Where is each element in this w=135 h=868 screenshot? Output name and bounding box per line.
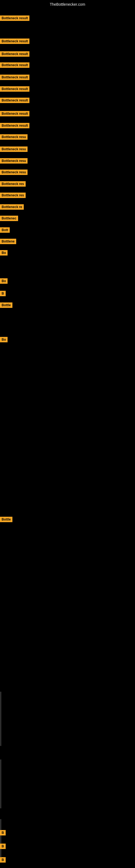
bottleneck-badge-4: Bottleneck result	[0, 74, 30, 80]
badge-row-24: Bottle	[0, 517, 12, 523]
bottleneck-badge-17: Bott	[0, 227, 10, 233]
badge-row-3: Bottleneck result	[0, 62, 30, 69]
small-badge-row-3: B	[0, 857, 6, 864]
badge-row-15: Bottleneck re	[0, 204, 24, 211]
bottleneck-badge-0: Bottleneck result	[0, 16, 30, 21]
bottleneck-badge-3: Bottleneck result	[0, 62, 30, 68]
bottleneck-badge-21: B	[0, 291, 6, 296]
badge-row-12: Bottleneck resu	[0, 169, 28, 176]
bottleneck-badge-23: Bo	[0, 337, 8, 342]
badge-row-7: Bottleneck result	[0, 111, 30, 118]
badge-row-10: Bottleneck resu	[0, 147, 28, 153]
badge-row-18: Bottlene	[0, 239, 16, 245]
badge-row-8: Bottleneck result	[0, 123, 30, 129]
badge-row-1: Bottleneck result	[0, 38, 30, 45]
small-badge-3: B	[0, 857, 6, 863]
bottleneck-badge-11: Bottleneck resu	[0, 158, 28, 163]
bottleneck-badge-8: Bottleneck result	[0, 123, 30, 128]
bottleneck-badge-5: Bottleneck result	[0, 86, 30, 92]
small-badge-row-1: B	[0, 830, 6, 837]
badge-row-9: Bottleneck resu	[0, 134, 28, 141]
bottleneck-badge-19: Bo	[0, 250, 8, 255]
bottleneck-badge-14: Bottleneck res	[0, 193, 26, 198]
badge-row-13: Bottleneck res	[0, 181, 26, 188]
bottleneck-badge-24: Bottle	[0, 517, 12, 522]
bottleneck-badge-15: Bottleneck re	[0, 204, 24, 210]
badge-row-16: Bottlenec	[0, 216, 18, 222]
small-badge-2: B	[0, 844, 6, 849]
bottleneck-badge-13: Bottleneck res	[0, 181, 26, 187]
bottleneck-badge-2: Bottleneck result	[0, 51, 30, 57]
badge-row-11: Bottleneck resu	[0, 158, 28, 165]
badge-row-20: Bo	[0, 278, 8, 285]
vertical-line-2	[1, 760, 1, 808]
bottleneck-badge-7: Bottleneck result	[0, 111, 30, 116]
bottleneck-badge-22: Bottle	[0, 303, 12, 308]
site-title: TheBottlenecker.com	[0, 0, 135, 9]
small-badge-1: B	[0, 830, 6, 835]
small-badge-row-2: B	[0, 844, 6, 850]
badge-row-0: Bottleneck result	[0, 16, 30, 22]
badge-row-22: Bottle	[0, 303, 12, 309]
badge-row-23: Bo	[0, 337, 8, 343]
vertical-line-3	[1, 819, 1, 863]
badge-row-6: Bottleneck result	[0, 98, 30, 104]
bottleneck-badge-9: Bottleneck resu	[0, 134, 28, 140]
bottleneck-badge-6: Bottleneck result	[0, 98, 30, 103]
bottleneck-badge-12: Bottleneck resu	[0, 169, 28, 175]
badge-row-19: Bo	[0, 250, 8, 257]
bottleneck-badge-1: Bottleneck result	[0, 38, 30, 44]
bottleneck-badge-18: Bottlene	[0, 239, 16, 244]
bottleneck-badge-10: Bottleneck resu	[0, 147, 28, 152]
vertical-line-1	[1, 692, 1, 746]
badge-row-2: Bottleneck result	[0, 51, 30, 58]
badge-row-17: Bott	[0, 227, 10, 234]
badge-row-4: Bottleneck result	[0, 74, 30, 81]
badge-row-5: Bottleneck result	[0, 86, 30, 93]
badge-row-14: Bottleneck res	[0, 193, 26, 199]
bottleneck-badge-16: Bottlenec	[0, 216, 18, 221]
badge-row-21: B	[0, 291, 6, 297]
bottleneck-badge-20: Bo	[0, 278, 8, 284]
